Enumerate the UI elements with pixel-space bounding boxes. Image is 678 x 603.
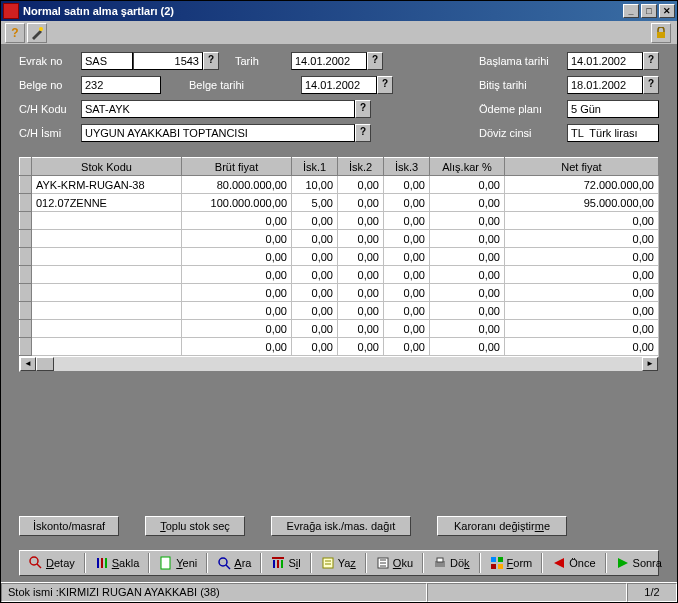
table-row[interactable]: 0,000,000,000,000,000,00 [20, 266, 659, 284]
once-button[interactable]: Önce [545, 553, 602, 573]
svg-rect-10 [273, 560, 275, 568]
sil-button[interactable]: Sil [264, 553, 307, 573]
svg-rect-14 [323, 558, 333, 568]
tarih-lookup-button[interactable]: ? [367, 52, 383, 70]
titlebar: Normal satın alma şartları (2) _ □ ✕ [1, 1, 677, 21]
svg-rect-23 [498, 564, 503, 569]
svg-line-3 [37, 564, 41, 568]
svg-rect-21 [498, 557, 503, 562]
table-row[interactable]: 0,000,000,000,000,000,00 [20, 284, 659, 302]
table-row[interactable]: 0,000,000,000,000,000,00 [20, 212, 659, 230]
label-baslama: Başlama tarihi [479, 55, 567, 67]
doviz-input[interactable] [567, 124, 659, 142]
column-header[interactable]: Alış.kar % [430, 158, 505, 176]
svg-rect-12 [281, 560, 283, 568]
svg-line-9 [226, 565, 230, 569]
table-row[interactable]: 012.07ZENNE100.000.000,005,000,000,000,0… [20, 194, 659, 212]
top-toolbar: ? [1, 21, 677, 45]
data-grid[interactable]: Stok KoduBrüt fiyatİsk.1İsk.2İsk.3Alış.k… [19, 157, 659, 356]
status-mid [427, 583, 627, 602]
svg-rect-5 [101, 558, 103, 568]
close-button[interactable]: ✕ [659, 4, 675, 18]
bitis-lookup-button[interactable]: ? [643, 76, 659, 94]
belge-no-input[interactable] [81, 76, 161, 94]
svg-point-2 [30, 557, 38, 565]
scroll-right-icon[interactable]: ► [642, 357, 658, 371]
table-row[interactable]: 0,000,000,000,000,000,00 [20, 230, 659, 248]
label-bitis: Bitiş tarihi [479, 79, 567, 91]
table-row[interactable]: 0,000,000,000,000,000,00 [20, 248, 659, 266]
bitis-input[interactable] [567, 76, 643, 94]
evrak-prefix-input[interactable] [81, 52, 133, 70]
status-text: Stok ismi :KIRMIZI RUGAN AYAKKABI (38) [1, 583, 427, 602]
sonra-button[interactable]: Sonra [609, 553, 669, 573]
form-panel: Evrak no ? Tarih ? Başlama tarihi ? Belg… [1, 45, 677, 153]
scroll-track[interactable] [36, 357, 642, 371]
label-odeme: Ödeme planı [479, 103, 567, 115]
svg-rect-11 [277, 560, 279, 568]
label-ch-kodu: C/H Kodu [19, 103, 81, 115]
odeme-input[interactable] [567, 100, 659, 118]
scroll-thumb[interactable] [36, 357, 54, 371]
svg-rect-1 [657, 32, 665, 38]
window-title: Normal satın alma şartları (2) [23, 5, 621, 17]
app-window: Normal satın alma şartları (2) _ □ ✕ ? E… [0, 0, 678, 603]
sakla-button[interactable]: Sakla [88, 553, 147, 573]
table-row[interactable]: 0,000,000,000,000,000,00 [20, 338, 659, 356]
table-row[interactable]: AYK-KRM-RUGAN-3880.000.000,0010,000,000,… [20, 176, 659, 194]
dok-button[interactable]: Dök [426, 553, 477, 573]
ch-kodu-input[interactable] [81, 100, 355, 118]
bottom-toolbar: Detay Sakla Yeni Ara Sil Yaz Oku Dök For… [19, 550, 659, 576]
svg-rect-7 [161, 557, 170, 569]
iskonto-button[interactable]: İskonto/masraf [19, 516, 119, 536]
karorani-button[interactable]: Karoranı değiştirme [437, 516, 567, 536]
svg-point-8 [219, 558, 227, 566]
help-icon[interactable]: ? [5, 23, 25, 43]
oku-button[interactable]: Oku [369, 553, 420, 573]
svg-rect-22 [491, 564, 496, 569]
minimize-button[interactable]: _ [623, 4, 639, 18]
svg-rect-20 [491, 557, 496, 562]
table-row[interactable]: 0,000,000,000,000,000,00 [20, 320, 659, 338]
column-header[interactable]: İsk.3 [384, 158, 430, 176]
table-row[interactable]: 0,000,000,000,000,000,00 [20, 302, 659, 320]
toplu-stok-button[interactable]: Toplu stok seç [145, 516, 245, 536]
yeni-button[interactable]: Yeni [152, 553, 204, 573]
evrak-num-input[interactable] [133, 52, 203, 70]
form-button[interactable]: Form [483, 553, 540, 573]
ch-kodu-lookup-button[interactable]: ? [355, 100, 371, 118]
svg-rect-4 [97, 558, 99, 568]
svg-point-0 [39, 27, 43, 31]
wizard-icon[interactable] [27, 23, 47, 43]
ch-ismi-input[interactable] [81, 124, 355, 142]
horizontal-scrollbar[interactable]: ◄ ► [19, 356, 659, 372]
yaz-button[interactable]: Yaz [314, 553, 363, 573]
label-belge-tarih: Belge tarihi [189, 79, 257, 91]
column-header[interactable]: Brüt fiyat [182, 158, 292, 176]
detay-button[interactable]: Detay [22, 553, 82, 573]
status-page: 1/2 [627, 583, 677, 602]
action-buttons: İskonto/masraf Toplu stok seç Evrağa isk… [1, 498, 677, 544]
ch-ismi-lookup-button[interactable]: ? [355, 124, 371, 142]
label-evrak-no: Evrak no [19, 55, 81, 67]
maximize-button[interactable]: □ [641, 4, 657, 18]
status-bar: Stok ismi :KIRMIZI RUGAN AYAKKABI (38) 1… [1, 582, 677, 602]
svg-rect-6 [105, 558, 107, 568]
lock-icon[interactable] [651, 23, 671, 43]
belge-tarih-lookup-button[interactable]: ? [377, 76, 393, 94]
column-header[interactable]: İsk.2 [338, 158, 384, 176]
baslama-lookup-button[interactable]: ? [643, 52, 659, 70]
evraga-dagit-button[interactable]: Evrağa isk./mas. dağıt [271, 516, 411, 536]
label-ch-ismi: C/H İsmi [19, 127, 81, 139]
belge-tarih-input[interactable] [301, 76, 377, 94]
label-doviz: Döviz cinsi [479, 127, 567, 139]
column-header[interactable]: Stok Kodu [32, 158, 182, 176]
tarih-input[interactable] [291, 52, 367, 70]
baslama-input[interactable] [567, 52, 643, 70]
ara-button[interactable]: Ara [210, 553, 258, 573]
column-header[interactable]: Net fiyat [505, 158, 659, 176]
svg-rect-19 [437, 558, 443, 562]
scroll-left-icon[interactable]: ◄ [20, 357, 36, 371]
evrak-lookup-button[interactable]: ? [203, 52, 219, 70]
column-header[interactable]: İsk.1 [292, 158, 338, 176]
